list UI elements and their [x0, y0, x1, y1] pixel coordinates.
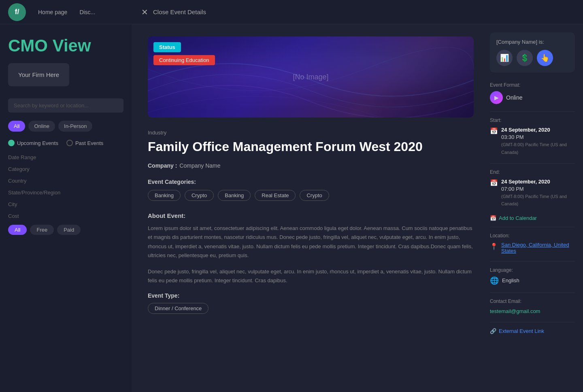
close-bar: ✕ Close Event Details [132, 0, 583, 24]
location-label: Location: [490, 233, 575, 239]
end-section: End: 📅 24 September, 2020 07:00 PM (GMT-… [490, 169, 575, 208]
location-icon: 📍 [490, 243, 498, 250]
event-title: Family Office Management Forum West 2020 [148, 139, 474, 154]
cat-tag-banking-1[interactable]: Banking [148, 190, 181, 201]
language-row: 🌐 English [490, 276, 575, 285]
calendar-add-icon: 📅 [490, 215, 496, 221]
radio-label-upcoming: Upcoming Events [17, 140, 58, 146]
divider-1 [490, 111, 575, 112]
online-icon: ▶ [490, 91, 503, 104]
add-to-calendar-btn[interactable]: 📅 Add to Calendar [490, 215, 575, 221]
about-text-1: Lorem ipsum dolor sit amet, consectetuer… [148, 224, 474, 260]
filter-date-range[interactable]: Date Range [8, 154, 123, 160]
filter-city[interactable]: City [8, 201, 123, 207]
external-event-link[interactable]: 🔗 External Event Link [490, 328, 575, 334]
divider-3 [490, 227, 575, 227]
cat-tag-crypto-1[interactable]: Crypto [185, 190, 214, 201]
close-label[interactable]: Close Event Details [153, 9, 206, 15]
dollar-icon: 💲 [520, 53, 529, 62]
category-badge: Continuing Education [153, 55, 215, 65]
event-type-tag[interactable]: Dinner / Conference [148, 303, 209, 314]
start-date: 24 September, 2020 [501, 126, 575, 134]
contact-section: Contact Email: testemail@gmail.com [490, 298, 575, 315]
categories-row: Banking Crypto Banking Real Estate Crypt… [148, 190, 474, 201]
categories-label: Event Categories: [148, 179, 474, 185]
radio-past[interactable]: Past Events [66, 140, 103, 146]
close-icon[interactable]: ✕ [141, 8, 148, 16]
event-type-label: Event Type: [148, 292, 474, 299]
online-badge: ▶ Online [490, 91, 575, 104]
start-time: 03:30 PM [501, 134, 524, 140]
filter-btn-in-person[interactable]: In-Person [58, 121, 92, 132]
language-value: English [502, 277, 519, 283]
language-section: Language: 🌐 English [490, 267, 575, 285]
company-row: Company : Company Name [148, 162, 474, 169]
end-date: 24 September, 2020 [501, 178, 575, 185]
nav-link-disc[interactable]: Disc... [79, 9, 95, 15]
start-section: Start: 📅 24 September, 2020 03:30 PM (GM… [490, 117, 575, 156]
chart-icon: 📊 [500, 53, 509, 62]
logo-text: f/ [15, 8, 19, 16]
detail-main: Status Continuing Education [No Image] I… [132, 24, 486, 392]
cost-btn-paid[interactable]: Paid [57, 225, 81, 235]
external-link-label: External Event Link [499, 328, 544, 334]
radio-dot-past [66, 140, 73, 146]
search-placeholder: Search by keyword or location... [14, 102, 89, 109]
radio-dot-upcoming [8, 140, 15, 146]
cat-tag-real-estate[interactable]: Real Estate [255, 190, 296, 201]
status-badge: Status [153, 42, 181, 52]
filter-cost: Cost [8, 213, 123, 219]
divider-2 [490, 163, 575, 164]
divider-5 [490, 292, 575, 293]
add-calendar-label: Add to Calendar [499, 215, 537, 221]
firm-box: Your Firm Here [8, 63, 69, 86]
filter-country[interactable]: Country [8, 178, 123, 184]
start-label: Start: [490, 117, 575, 123]
calendar-end-icon: 📅 [490, 179, 498, 187]
cost-btn-all[interactable]: All [8, 225, 27, 235]
event-image: Status Continuing Education [No Image] [148, 36, 474, 117]
nav-link-home[interactable]: Home page [38, 9, 67, 15]
no-image-text: [No Image] [293, 73, 328, 81]
company-icons: 📊 💲 👆 [496, 50, 568, 66]
filter-buttons: All Online In-Person [8, 121, 123, 132]
location-section: Location: 📍 San Diego, California, Unite… [490, 233, 575, 254]
company-card-title: [Company Name] is: [496, 39, 568, 45]
filter-btn-online[interactable]: Online [28, 121, 55, 132]
location-row: 📍 San Diego, California, United States [490, 242, 575, 254]
person-cursor-icon-btn[interactable]: 👆 [537, 50, 553, 66]
cost-btn-free[interactable]: Free [30, 225, 54, 235]
cat-tag-banking-2[interactable]: Banking [218, 190, 251, 201]
filter-category[interactable]: Category [8, 166, 123, 172]
industry-label: Industry [148, 130, 474, 136]
about-label: About Event: [148, 212, 474, 219]
divider-6 [490, 322, 575, 322]
globe-icon: 🌐 [490, 276, 499, 285]
dollar-icon-btn[interactable]: 💲 [517, 50, 533, 66]
end-timezone: (GMT-8:00) Pacific Time (US and Canada) [501, 194, 567, 206]
filter-state[interactable]: State/Province/Region [8, 190, 123, 196]
cat-tag-crypto-2[interactable]: Crypto [300, 190, 329, 201]
filter-btn-all[interactable]: All [8, 121, 25, 132]
nav-logo[interactable]: f/ [8, 3, 26, 21]
radio-upcoming[interactable]: Upcoming Events [8, 140, 58, 146]
contact-email-link[interactable]: testemail@gmail.com [490, 308, 540, 314]
firm-name: Your Firm Here [18, 71, 59, 78]
language-label: Language: [490, 267, 575, 273]
radio-label-past: Past Events [75, 140, 103, 146]
detail-sidebar: [Company Name] is: 📊 💲 👆 Event Format: ▶… [486, 24, 583, 392]
link-icon: 🔗 [490, 328, 496, 334]
divider-4 [490, 261, 575, 262]
left-sidebar: CMO View Your Firm Here Search by keywor… [0, 24, 132, 392]
start-value: 24 September, 2020 03:30 PM (GMT-8:00) P… [501, 126, 575, 156]
chart-icon-btn[interactable]: 📊 [496, 50, 513, 66]
company-name: Company Name [179, 162, 220, 169]
format-label: Event Format: [490, 82, 575, 88]
about-text-2: Donec pede justo, fringilla vel, aliquet… [148, 267, 474, 285]
cost-buttons: All Free Paid [8, 225, 123, 235]
format-value: Online [506, 94, 522, 101]
search-box[interactable]: Search by keyword or location... [8, 98, 123, 113]
person-cursor-icon: 👆 [540, 53, 549, 62]
location-link[interactable]: San Diego, California, United States [501, 242, 575, 254]
sidebar-heading: CMO View [8, 36, 123, 55]
